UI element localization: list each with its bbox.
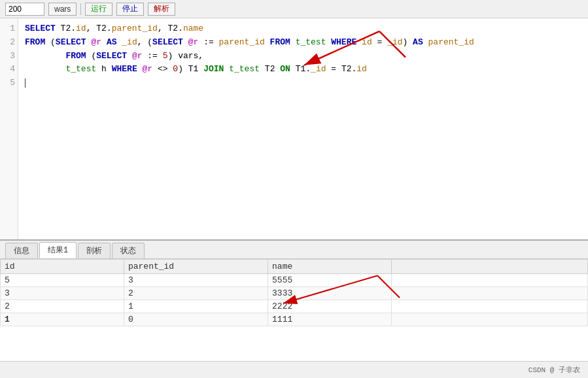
cell-id: 2 [1,300,124,313]
bottom-tabs: 信息 结果1 剖析 状态 [0,241,588,259]
cell-name: 3333 [268,287,392,300]
cell-extra [392,274,588,287]
cell-id: 1 [1,313,124,326]
tab-info[interactable]: 信息 [5,243,38,258]
toolbar: wars 运行 停止 解析 [0,0,588,18]
toolbar-input[interactable] [5,3,44,16]
col-header-extra [392,260,588,274]
tab-result1[interactable]: 结果1 [39,242,77,258]
col-header-id: id [1,260,124,274]
cell-parent-id: 3 [124,274,268,287]
cell-parent-id: 2 [124,287,268,300]
cell-extra [392,313,588,326]
table-row: 212222 [1,300,588,313]
run-button[interactable]: 运行 [85,3,112,16]
col-header-parent-id: parent_id [124,260,268,274]
table-row: 535555 [1,274,588,287]
cell-id: 3 [1,287,124,300]
line-numbers: 1 2 3 4 5 [0,18,18,239]
cell-name: 5555 [268,274,392,287]
result-area: id parent_id name 5355553233332122221011… [0,259,588,361]
editor-area: 1 2 3 4 5 SELECT T2.id, T2.parent_id, T2… [0,18,588,241]
tab-profiling[interactable]: 剖析 [78,243,111,258]
explain-button[interactable]: 解析 [148,3,175,16]
code-editor[interactable]: SELECT T2.id, T2.parent_id, T2.name FROM… [18,18,588,239]
bottom-section: 信息 结果1 剖析 状态 id parent_id name 535555323… [0,241,588,361]
cell-parent-id: 0 [124,313,268,326]
stop-button[interactable]: 停止 [116,3,144,16]
cell-parent-id: 1 [124,300,268,313]
status-text: CSDN @ 子非农 [528,365,580,375]
cell-name: 1111 [268,313,392,326]
tab-status[interactable]: 状态 [112,243,145,258]
table-row: 101111 [1,313,588,326]
table-row: 323333 [1,287,588,300]
cell-extra [392,300,588,313]
status-bar: CSDN @ 子非农 [0,361,588,378]
cell-extra [392,287,588,300]
col-header-name: name [268,260,392,274]
result-table: id parent_id name 5355553233332122221011… [0,259,588,326]
cell-id: 5 [1,274,124,287]
cell-name: 2222 [268,300,392,313]
wars-button[interactable]: wars [48,3,77,16]
